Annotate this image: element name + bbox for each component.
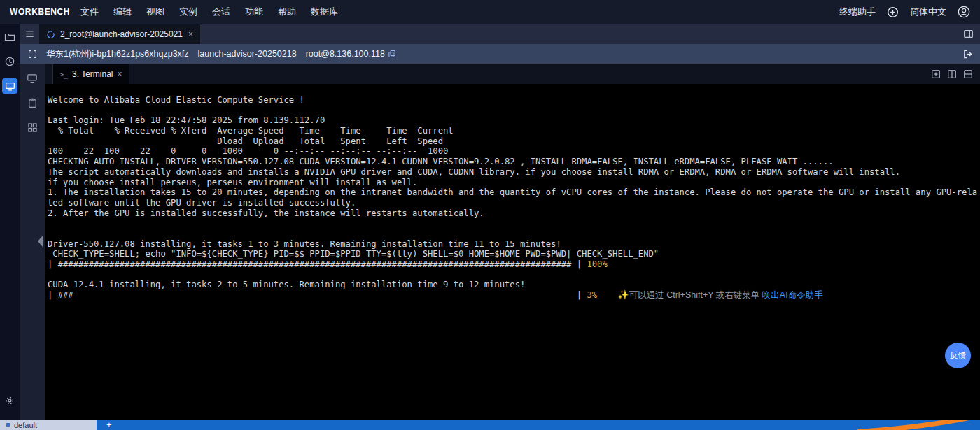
- feedback-button[interactable]: 反馈: [945, 343, 971, 368]
- terminal-text: Last login: Tue Feb 18 22:47:58 2025 fro…: [48, 115, 325, 125]
- user-avatar[interactable]: [958, 6, 970, 18]
- sparkle-icon: ✨: [618, 289, 629, 300]
- topbar-right: 终端助手 简体中文: [839, 6, 970, 18]
- menu-view[interactable]: 视图: [144, 4, 167, 20]
- terminal-text: if you choose install perseus, perseus e…: [48, 178, 417, 187]
- panel-collapse-handle[interactable]: [38, 236, 43, 247]
- bottom-bar: default +: [0, 420, 980, 430]
- sessions-icon[interactable]: [2, 78, 18, 94]
- terminal-column: >_ 3. Terminal ×: [45, 64, 980, 420]
- terminal-prompt-icon: >_: [59, 71, 68, 78]
- terminal-text: 100 22 100 22 0 0 1000 0 --:--:-- --:--:…: [48, 146, 448, 156]
- language-selector[interactable]: 简体中文: [910, 6, 946, 18]
- split-horizontal-icon[interactable]: [963, 69, 973, 79]
- workbench-app: WORKBENCH 文件 编辑 视图 实例 会话 功能 帮助 数据库 终端助手 …: [0, 0, 980, 430]
- menu-database[interactable]: 数据库: [309, 4, 340, 20]
- terminal-text: The script automatically downloads and i…: [48, 167, 900, 177]
- instance-name-label: launch-advisor-20250218: [198, 49, 297, 59]
- history-icon[interactable]: [2, 54, 18, 69]
- menu-file[interactable]: 文件: [78, 4, 101, 20]
- app-body: 2_root@launch-advisor-20250218 × 华东1(杭州)…: [0, 24, 980, 420]
- fullscreen-icon[interactable]: [28, 50, 37, 59]
- apps-grid-icon[interactable]: [26, 121, 38, 134]
- add-circle-icon[interactable]: [887, 6, 899, 18]
- terminal-text: Dload Upload Total Spent Left Speed: [48, 136, 443, 146]
- add-pane-icon[interactable]: [931, 69, 941, 79]
- split-vertical-icon[interactable]: [947, 69, 957, 79]
- session-list-icon[interactable]: [20, 24, 39, 44]
- main-menu: 文件 编辑 视图 实例 会话 功能 帮助 数据库: [78, 4, 340, 20]
- copy-icon[interactable]: [388, 50, 396, 58]
- ai-hint-text: 可以通过 Ctrl+Shift+Y 或右键菜单: [629, 290, 762, 300]
- terminal-text: [74, 290, 577, 300]
- terminal-assistant-button[interactable]: 终端助手: [839, 6, 876, 18]
- instance-region-label: 华东1(杭州)i-bp1h62z1ps6xhqzp3xfz: [46, 48, 189, 60]
- main-column: 2_root@launch-advisor-20250218 × 华东1(杭州)…: [20, 24, 980, 420]
- terminal-tabstrip: >_ 3. Terminal ×: [45, 64, 980, 84]
- instance-info-bar: 华东1(杭州)i-bp1h62z1ps6xhqzp3xfz launch-adv…: [20, 44, 980, 64]
- terminal-tab-actions: [931, 64, 973, 84]
- terminal-text: |: [577, 290, 587, 300]
- menu-session[interactable]: 会话: [210, 4, 232, 20]
- terminal-text: 2. After the GPU is installed successful…: [48, 208, 484, 218]
- clipboard-icon[interactable]: [26, 96, 38, 109]
- bottom-session-tab[interactable]: default: [0, 420, 97, 430]
- session-indicator: [6, 423, 10, 427]
- brand-logo: WORKBENCH: [10, 7, 70, 17]
- top-menu-bar: WORKBENCH 文件 编辑 视图 实例 会话 功能 帮助 数据库 终端助手 …: [0, 0, 980, 24]
- settings-icon[interactable]: [2, 393, 18, 408]
- terminal-text: % Total % Received % Xferd Average Speed…: [48, 126, 454, 136]
- terminal-text: CHECK_TYPE=SHELL; echo "INFO=${CHECK_TYP…: [48, 249, 659, 259]
- panel-toggle-icon[interactable]: [956, 24, 980, 44]
- session-tabstrip: 2_root@launch-advisor-20250218 ×: [20, 24, 980, 44]
- terminal-text: | ######################################…: [48, 259, 587, 269]
- session-tab-close[interactable]: ×: [188, 30, 193, 38]
- terminal-text: ted software until the GPU driver is ins…: [48, 198, 356, 208]
- terminal-tab-close[interactable]: ×: [118, 70, 122, 78]
- work-area: >_ 3. Terminal ×: [20, 64, 980, 420]
- logo-swoosh: [858, 420, 980, 430]
- terminal-text: CHECKING AUTO INSTALL, DRIVER_VERSION=55…: [48, 157, 834, 166]
- session-icon: [46, 30, 55, 39]
- menu-help[interactable]: 帮助: [276, 4, 298, 20]
- menu-edit[interactable]: 编辑: [111, 4, 134, 20]
- terminal-text: 1. The installation takes 15 to 20 minut…: [48, 187, 977, 197]
- login-user-label: root@8.136.100.118: [306, 49, 385, 59]
- terminal-text: 3%: [587, 290, 597, 300]
- terminal-text: Welcome to Alibaba Cloud Elastic Compute…: [48, 95, 304, 105]
- new-terminal-icon[interactable]: [26, 72, 38, 85]
- terminal-text: [597, 290, 617, 300]
- session-tab[interactable]: 2_root@launch-advisor-20250218 ×: [39, 24, 200, 44]
- terminal-text: 100%: [587, 259, 607, 269]
- terminal-text: CUDA-12.4.1 installing, it tasks 2 to 5 …: [48, 280, 525, 289]
- terminal-tab[interactable]: >_ 3. Terminal ×: [52, 64, 130, 84]
- login-info: root@8.136.100.118: [306, 49, 396, 59]
- session-tab-label: 2_root@launch-advisor-20250218: [60, 29, 183, 39]
- activity-rail: [0, 24, 20, 420]
- bottom-tab-label: default: [14, 421, 37, 429]
- terminal-tab-label: 3. Terminal: [72, 69, 113, 79]
- file-manager-icon[interactable]: [2, 29, 18, 45]
- ai-assistant-link[interactable]: 唤出AI命令助手: [762, 290, 823, 300]
- menu-instance[interactable]: 实例: [177, 4, 200, 20]
- terminal-text: Driver-550.127.08 installing, it tasks 1…: [48, 239, 561, 249]
- add-session-button[interactable]: +: [106, 420, 112, 430]
- menu-features[interactable]: 功能: [243, 4, 265, 20]
- terminal-text: | ###: [48, 290, 74, 300]
- terminal-output[interactable]: Welcome to Alibaba Cloud Elastic Compute…: [45, 84, 980, 420]
- disconnect-icon[interactable]: [962, 49, 973, 59]
